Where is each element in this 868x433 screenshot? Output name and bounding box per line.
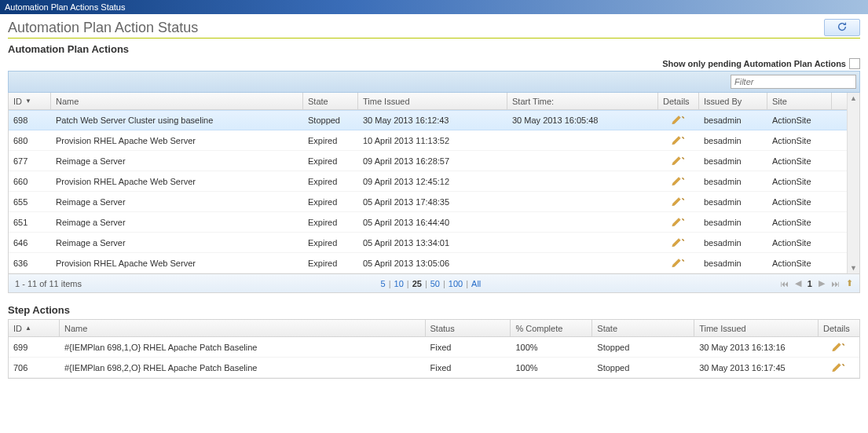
table-row[interactable]: 646Reimage a ServerExpired05 April 2013 …	[9, 233, 859, 253]
details-icon[interactable]	[672, 137, 686, 146]
cell-start-time: 30 May 2013 16:05:48	[507, 116, 658, 125]
scol-name[interactable]: Name	[60, 320, 426, 336]
table-row[interactable]: 651Reimage a ServerExpired05 April 2013 …	[9, 212, 859, 233]
col-time-issued[interactable]: Time Issued	[358, 93, 507, 109]
main-grid: ID▼ Name State Time Issued Start Time: D…	[8, 93, 860, 293]
scol-state[interactable]: State	[592, 320, 694, 336]
details-icon[interactable]	[832, 343, 846, 353]
scol-status[interactable]: Status	[426, 320, 511, 336]
table-row[interactable]: 677Reimage a ServerExpired09 April 2013 …	[9, 151, 859, 171]
scroll-up-icon[interactable]: ▲	[850, 94, 857, 102]
details-icon[interactable]	[672, 198, 686, 207]
cell-site: ActionSite	[767, 197, 832, 207]
cell-issued-by: besadmin	[699, 238, 767, 248]
cell-name: Provision RHEL Apache Web Server	[51, 177, 303, 186]
cell-id: 646	[9, 238, 51, 248]
refresh-icon	[837, 21, 848, 34]
page-size-All[interactable]: All	[471, 279, 481, 288]
nav-next-icon[interactable]: ▶	[819, 278, 825, 288]
pending-checkbox[interactable]	[849, 58, 860, 69]
cell-name: #{IEMPlan 698,1,O} RHEL Apache Patch Bas…	[60, 343, 426, 352]
scrollbar[interactable]: ▲ ▼	[847, 93, 859, 273]
details-icon[interactable]	[672, 157, 686, 167]
page-size-25[interactable]: 25	[412, 279, 422, 288]
window-titlebar: Automation Plan Actions Status	[0, 0, 868, 14]
table-row[interactable]: 680Provision RHEL Apache Web ServerExpir…	[9, 130, 859, 151]
page-size-100[interactable]: 100	[449, 279, 463, 288]
page-nav: ⏮ ◀ 1 ▶ ⏭ ⬆	[780, 278, 853, 288]
cell-name: Reimage a Server	[51, 218, 303, 227]
table-row[interactable]: 655Reimage a ServerExpired05 April 2013 …	[9, 192, 859, 212]
page-size-50[interactable]: 50	[430, 279, 440, 288]
scroll-down-icon[interactable]: ▼	[850, 264, 857, 272]
page-size-5[interactable]: 5	[381, 279, 386, 288]
cell-complete: 100%	[511, 343, 592, 352]
page-title: Automation Plan Action Status	[8, 20, 198, 36]
scol-details[interactable]: Details	[819, 320, 859, 336]
nav-up-icon[interactable]: ⬆	[846, 278, 853, 288]
col-site[interactable]: Site	[767, 93, 832, 109]
cell-id: 698	[9, 116, 51, 125]
nav-last-icon[interactable]: ⏭	[831, 279, 840, 288]
cell-id: 677	[9, 156, 51, 166]
cell-site: ActionSite	[767, 116, 832, 125]
cell-status: Fixed	[426, 343, 511, 352]
cell-state: Expired	[303, 177, 358, 186]
col-start-time[interactable]: Start Time:	[507, 93, 658, 109]
col-spacer	[832, 93, 844, 109]
items-count: 1 - 11 of 11 items	[15, 279, 82, 288]
col-id[interactable]: ID▼	[9, 93, 51, 109]
table-row[interactable]: 698Patch Web Server Cluster using baseli…	[9, 110, 859, 130]
col-name[interactable]: Name	[51, 93, 303, 109]
details-icon[interactable]	[672, 218, 686, 228]
details-icon[interactable]	[832, 364, 846, 373]
table-row[interactable]: 699#{IEMPlan 698,1,O} RHEL Apache Patch …	[9, 337, 859, 358]
cell-details	[658, 237, 699, 248]
cell-time-issued: 10 April 2013 11:13:52	[358, 136, 507, 145]
scol-complete[interactable]: % Complete	[511, 320, 592, 336]
cell-id: 636	[9, 259, 51, 268]
cell-details	[658, 196, 699, 207]
cell-time-issued: 30 May 2013 16:13:16	[694, 343, 819, 352]
details-icon[interactable]	[672, 178, 686, 187]
cell-site: ActionSite	[767, 238, 832, 248]
scol-time[interactable]: Time Issued	[694, 320, 819, 336]
current-page: 1	[808, 279, 812, 288]
nav-first-icon[interactable]: ⏮	[780, 279, 789, 288]
table-row[interactable]: 706#{IEMPlan 698,2,O} RHEL Apache Patch …	[9, 358, 859, 378]
table-row[interactable]: 636Provision RHEL Apache Web ServerExpir…	[9, 253, 859, 273]
step-actions-title: Step Actions	[8, 304, 860, 316]
cell-id: 699	[9, 343, 60, 352]
page-size-10[interactable]: 10	[394, 279, 404, 288]
nav-prev-icon[interactable]: ◀	[795, 278, 801, 288]
cell-state: Expired	[303, 218, 358, 227]
col-state[interactable]: State	[303, 93, 358, 109]
details-icon[interactable]	[672, 239, 686, 248]
cell-state: Stopped	[592, 343, 694, 352]
cell-details	[658, 217, 699, 228]
cell-details	[819, 342, 859, 353]
details-icon[interactable]	[672, 259, 686, 269]
scol-id[interactable]: ID▲	[9, 320, 60, 336]
sort-desc-icon: ▼	[25, 97, 31, 105]
cell-issued-by: besadmin	[699, 218, 767, 227]
cell-id: 680	[9, 136, 51, 145]
cell-state: Stopped	[303, 116, 358, 125]
details-icon[interactable]	[672, 116, 686, 126]
cell-name: Provision RHEL Apache Web Server	[51, 259, 303, 268]
cell-state: Stopped	[592, 363, 694, 372]
cell-name: Reimage a Server	[51, 156, 303, 166]
refresh-button[interactable]	[824, 19, 860, 36]
cell-status: Fixed	[426, 363, 511, 372]
cell-time-issued: 09 April 2013 12:45:12	[358, 177, 507, 186]
cell-id: 660	[9, 177, 51, 186]
col-issued-by[interactable]: Issued By	[699, 93, 767, 109]
table-row[interactable]: 660Provision RHEL Apache Web ServerExpir…	[9, 171, 859, 192]
cell-site: ActionSite	[767, 156, 832, 166]
cell-name: Patch Web Server Cluster using baseline	[51, 116, 303, 125]
filter-input[interactable]	[731, 75, 856, 89]
cell-name: #{IEMPlan 698,2,O} RHEL Apache Patch Bas…	[60, 363, 426, 372]
cell-site: ActionSite	[767, 259, 832, 268]
col-details[interactable]: Details	[658, 93, 699, 109]
cell-state: Expired	[303, 259, 358, 268]
